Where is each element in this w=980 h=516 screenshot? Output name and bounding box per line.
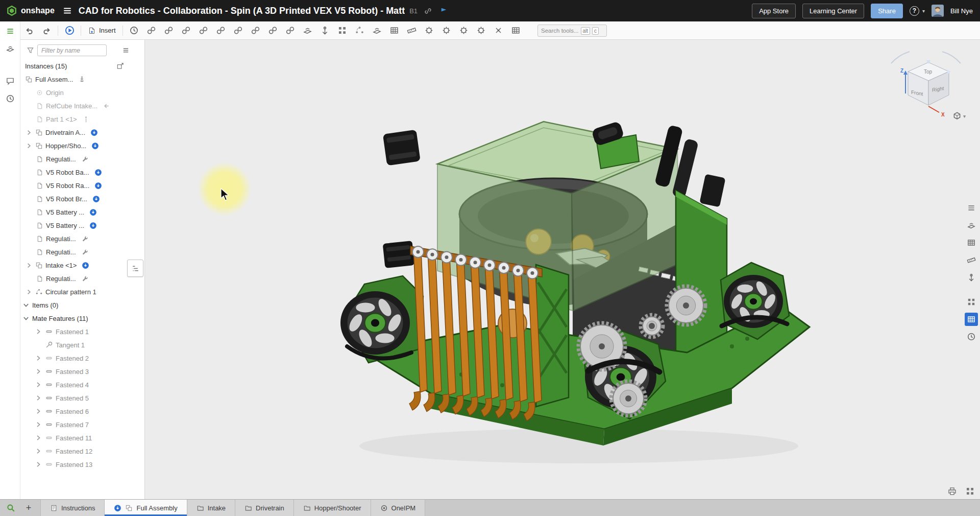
- onshape-logo[interactable]: onshape: [6, 5, 55, 16]
- tab-full-assembly[interactable]: Full Assembly: [105, 500, 187, 516]
- group-button[interactable]: [301, 24, 314, 37]
- mate-item-fastened-7[interactable]: Fastened 7: [20, 418, 144, 431]
- feature-list-icon[interactable]: [6, 27, 15, 36]
- tangent-mate-button[interactable]: [284, 24, 297, 37]
- link-icon[interactable]: [424, 7, 432, 15]
- revert-history-button[interactable]: [128, 24, 141, 37]
- mate-item-fastened-6[interactable]: Fastened 6: [20, 405, 144, 418]
- mate-item-fastened-12[interactable]: Fastened 12: [20, 444, 144, 458]
- tree-item-part-1-1[interactable]: Part 1 <1>: [20, 112, 144, 126]
- tree-item-v5-battery[interactable]: V5 Battery ...: [20, 205, 144, 219]
- revolute-mate-button[interactable]: [162, 24, 176, 37]
- rack-relation-button[interactable]: [440, 24, 453, 37]
- tab-instructions[interactable]: Instructions: [40, 500, 105, 516]
- mate-item-fastened-4[interactable]: Fastened 4: [20, 378, 144, 391]
- parallel-mate-button[interactable]: [266, 24, 280, 37]
- bom-panel-button[interactable]: [965, 313, 978, 326]
- tree-item-v5-robot-br[interactable]: V5 Robot Br...: [20, 192, 144, 205]
- panels-icon[interactable]: [6, 44, 15, 53]
- tree-item-v5-robot-ba[interactable]: V5 Robot Ba...: [20, 166, 144, 179]
- mate-item-fastened-11[interactable]: Fastened 11: [20, 431, 144, 444]
- learning-center-button[interactable]: Learning Center: [802, 4, 864, 18]
- view-cube[interactable]: Top Front Right Z X: [880, 45, 972, 122]
- model-tree-panel-button[interactable]: [965, 201, 978, 215]
- tree-item-v5-battery[interactable]: V5 Battery ...: [20, 219, 144, 232]
- mate-item-fastened-2[interactable]: Fastened 2: [20, 351, 144, 365]
- section-view-button[interactable]: [405, 24, 419, 37]
- mate-item-fastened-1[interactable]: Fastened 1: [20, 325, 144, 338]
- mate-connector-button[interactable]: [318, 24, 332, 37]
- insert-instance-icon[interactable]: [116, 62, 124, 70]
- tab-oneipm[interactable]: OneIPM: [371, 500, 426, 516]
- version-badge[interactable]: B1: [409, 7, 418, 15]
- gear-relation-button[interactable]: [423, 24, 436, 37]
- slider-mate-button[interactable]: [180, 24, 193, 37]
- mate-item-fastened-13[interactable]: Fastened 13: [20, 458, 144, 471]
- mate-item-fastened-3[interactable]: Fastened 3: [20, 365, 144, 378]
- tab-hopper-shooter[interactable]: Hopper/Shooter: [294, 500, 371, 516]
- app-store-button[interactable]: App Store: [752, 4, 796, 18]
- tree-item-circular-pattern-1[interactable]: Circular pattern 1: [20, 285, 144, 298]
- tab-drivetrain[interactable]: Drivetrain: [235, 500, 294, 516]
- history-icon[interactable]: [6, 94, 15, 103]
- mate-item-fastened-5[interactable]: Fastened 5: [20, 391, 144, 405]
- items-section-header[interactable]: Items (0): [20, 298, 144, 312]
- circular-pattern-button[interactable]: [353, 24, 366, 37]
- section-view-panel-button[interactable]: [965, 253, 978, 267]
- tab-intake[interactable]: Intake: [187, 500, 235, 516]
- instances-section-header[interactable]: Instances (15): [20, 59, 144, 73]
- follow-mode-button[interactable]: [63, 24, 76, 37]
- display-states-panel-button[interactable]: [965, 236, 978, 249]
- tree-item-refcube-intake[interactable]: RefCube Intake...: [20, 99, 144, 112]
- tree-item-full-assem[interactable]: Full Assem...: [20, 73, 144, 86]
- tree-item-drivetrain-a[interactable]: Drivetrain A...: [20, 126, 144, 139]
- filter-input[interactable]: [37, 44, 107, 56]
- tree-item-regulati[interactable]: Regulati...: [20, 152, 144, 166]
- appearance-panel-button[interactable]: [965, 219, 978, 232]
- list-view-icon[interactable]: [122, 46, 130, 54]
- main-menu-icon[interactable]: [63, 6, 72, 15]
- grid-view-icon[interactable]: [965, 486, 975, 496]
- tree-item-regulati[interactable]: Regulati...: [20, 272, 144, 285]
- exploded-view-button[interactable]: [492, 24, 505, 37]
- pin-slot-mate-button[interactable]: [232, 24, 245, 37]
- screw-relation-button[interactable]: [457, 24, 471, 37]
- share-button[interactable]: Share: [871, 4, 903, 18]
- search-tabs-icon[interactable]: [6, 503, 15, 512]
- ball-mate-button[interactable]: [249, 24, 262, 37]
- search-tools-input[interactable]: Search tools... alt c: [537, 25, 607, 37]
- cylindrical-mate-button[interactable]: [214, 24, 228, 37]
- measure-panel-button[interactable]: [965, 271, 978, 284]
- publication-flag-icon[interactable]: [439, 7, 448, 15]
- undo-button[interactable]: [22, 24, 36, 37]
- avatar[interactable]: [932, 5, 944, 17]
- linear-pattern-button[interactable]: [336, 24, 349, 37]
- mate-item-tangent-1[interactable]: Tangent 1: [20, 338, 144, 351]
- fastened-mate-button[interactable]: [145, 24, 158, 37]
- belt-relation-button[interactable]: [475, 24, 488, 37]
- tree-item-origin[interactable]: Origin: [20, 86, 144, 99]
- versions-panel-button[interactable]: [965, 330, 978, 343]
- insert-button[interactable]: Insert: [88, 27, 116, 35]
- tree-item-hopper-sho[interactable]: Hopper/Sho...: [20, 139, 144, 152]
- view-orientation-menu[interactable]: ▾: [952, 111, 966, 121]
- snapshot-icon[interactable]: [947, 486, 957, 496]
- robot-3d-model[interactable]: [145, 40, 980, 499]
- tree-item-regulati[interactable]: Regulati...: [20, 245, 144, 259]
- display-states-button[interactable]: [388, 24, 401, 37]
- user-name[interactable]: Bill Nye: [950, 7, 973, 15]
- add-tab-button[interactable]: +: [22, 501, 35, 514]
- feature-list-flyout-button[interactable]: [127, 260, 143, 277]
- 3d-viewport[interactable]: Top Front Right Z X ▾: [145, 40, 980, 499]
- redo-button[interactable]: [40, 24, 53, 37]
- comments-icon[interactable]: [6, 77, 15, 86]
- help-button[interactable]: ?: [910, 6, 919, 16]
- mirror-button[interactable]: [371, 24, 384, 37]
- mate-features-section-header[interactable]: Mate Features (11): [20, 312, 144, 325]
- tree-item-intake-1[interactable]: Intake <1>: [20, 259, 144, 272]
- configurations-panel-button[interactable]: [965, 295, 978, 309]
- bill-of-materials-button[interactable]: [509, 24, 523, 37]
- planar-mate-button[interactable]: [197, 24, 210, 37]
- tree-item-regulati[interactable]: Regulati...: [20, 232, 144, 245]
- tree-item-v5-robot-ra[interactable]: V5 Robot Ra...: [20, 179, 144, 192]
